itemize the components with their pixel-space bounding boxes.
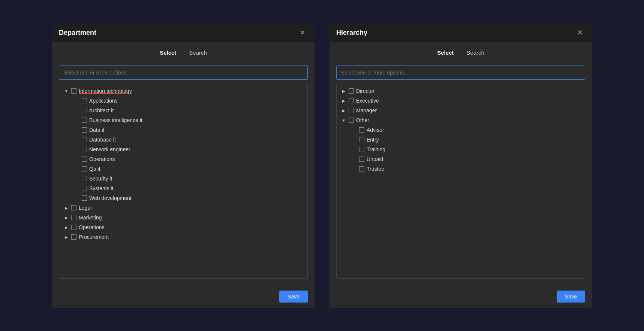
hierarchy-header: Hierarchy ✕ (329, 23, 592, 42)
tree-item-data-it[interactable]: Data it (59, 125, 307, 135)
department-header: Department ✕ (52, 23, 315, 42)
tree-item-executive[interactable]: ▶ Executive (337, 96, 585, 106)
tree-label-network-eng: Network engineer (89, 146, 303, 152)
checkbox-network-eng[interactable] (82, 147, 87, 152)
tree-item-director[interactable]: ▶ Director (337, 86, 585, 96)
hierarchy-tabs: Select Search (329, 42, 592, 62)
tree-item-bi-it[interactable]: Business intelligence it (59, 115, 307, 125)
tree-label-bi-it: Business intelligence it (89, 117, 303, 123)
checkbox-web-dev[interactable] (82, 195, 87, 201)
checkbox-entry[interactable] (359, 137, 364, 142)
tree-item-operations[interactable]: Operations (59, 154, 307, 164)
tree-item-training[interactable]: Training (337, 145, 585, 154)
tree-label-applications: Applications (89, 98, 303, 104)
tree-label-procurement: Procurement (79, 234, 303, 240)
department-save-button[interactable]: Save (279, 291, 308, 303)
department-tab-select[interactable]: Select (159, 48, 177, 57)
chevron-down-icon: ▼ (64, 88, 69, 94)
tree-item-advisor[interactable]: Advisor (337, 125, 585, 135)
tree-label-data-it: Data it (89, 127, 303, 133)
checkbox-it[interactable] (71, 88, 76, 94)
tree-label-security-it: Security it (89, 176, 303, 182)
department-tree: ▼ Information technology Applications Ar… (59, 83, 308, 279)
tree-item-systems-it[interactable]: Systems it (59, 183, 307, 193)
department-search-input[interactable] (59, 66, 307, 79)
chevron-right-icon: ▶ (341, 108, 346, 113)
tree-label-legal: Legal (79, 205, 303, 211)
tree-item-unpaid[interactable]: Unpaid (337, 154, 585, 164)
department-search-wrapper (59, 66, 308, 80)
tree-label-executive: Executive (356, 98, 580, 104)
tree-item-applications[interactable]: Applications (59, 96, 307, 106)
department-tab-search[interactable]: Search (188, 48, 208, 57)
tree-item-qa-it[interactable]: Qa it (59, 164, 307, 174)
checkbox-training[interactable] (359, 147, 364, 152)
department-dialog: Department ✕ Select Search ▼ Information… (52, 23, 315, 308)
checkbox-architect-it[interactable] (82, 108, 87, 113)
checkbox-executive[interactable] (349, 98, 354, 103)
hierarchy-search-wrapper (336, 66, 585, 80)
tree-item-manager[interactable]: ▶ Manager (337, 106, 585, 115)
hierarchy-save-button[interactable]: Save (557, 291, 585, 303)
tree-label-unpaid: Unpaid (367, 156, 580, 162)
tree-label-qa-it: Qa it (89, 166, 303, 172)
tree-item-marketing[interactable]: ▶ Marketing (59, 213, 307, 222)
checkbox-applications[interactable] (82, 98, 87, 103)
tree-item-trustee[interactable]: Trustee (337, 164, 585, 174)
checkbox-legal[interactable] (71, 205, 76, 210)
checkbox-systems-it[interactable] (82, 186, 87, 191)
tree-item-procurement[interactable]: ▶ Procurement (59, 232, 307, 242)
department-body: ▼ Information technology Applications Ar… (52, 62, 315, 285)
hierarchy-search-input[interactable] (337, 66, 585, 79)
tree-item-operations-dept[interactable]: ▶ Operations (59, 222, 307, 232)
tree-item-network-eng[interactable]: Network engineer (59, 145, 307, 154)
chevron-right-icon: ▶ (64, 205, 69, 210)
tree-label-other: Other (356, 117, 580, 123)
tree-item-architect-it[interactable]: Architect it (59, 106, 307, 115)
tree-label-it: Information technology (79, 88, 303, 94)
hierarchy-dialog: Hierarchy ✕ Select Search ▶ Director ▶ E… (329, 23, 592, 308)
hierarchy-footer: Save (329, 285, 592, 308)
department-tabs: Select Search (52, 42, 315, 62)
checkbox-database-it[interactable] (82, 137, 87, 142)
tree-label-marketing: Marketing (79, 215, 303, 221)
chevron-right-icon: ▶ (341, 88, 346, 94)
hierarchy-tab-search[interactable]: Search (466, 48, 485, 57)
checkbox-qa-it[interactable] (82, 166, 87, 171)
checkbox-data-it[interactable] (82, 127, 87, 133)
department-close-button[interactable]: ✕ (298, 28, 308, 37)
tree-item-database-it[interactable]: Database it (59, 135, 307, 145)
checkbox-procurement[interactable] (71, 234, 76, 240)
hierarchy-close-button[interactable]: ✕ (575, 28, 585, 37)
checkbox-unpaid[interactable] (359, 157, 364, 162)
tree-label-architect-it: Architect it (89, 107, 303, 113)
chevron-right-icon: ▶ (341, 98, 346, 103)
chevron-down-icon: ▼ (341, 118, 346, 123)
tree-item-security-it[interactable]: Security it (59, 174, 307, 183)
tree-label-operations-dept: Operations (79, 224, 303, 230)
checkbox-manager[interactable] (349, 108, 354, 113)
tree-label-training: Training (367, 146, 580, 152)
checkbox-bi-it[interactable] (82, 118, 87, 123)
checkbox-operations[interactable] (82, 157, 87, 162)
tree-item-legal[interactable]: ▶ Legal (59, 203, 307, 213)
tree-item-it[interactable]: ▼ Information technology (59, 86, 307, 96)
checkbox-security-it[interactable] (82, 176, 87, 181)
department-title: Department (59, 29, 96, 37)
hierarchy-tab-select[interactable]: Select (436, 48, 454, 57)
department-footer: Save (52, 285, 315, 308)
tree-item-other[interactable]: ▼ Other (337, 115, 585, 125)
checkbox-trustee[interactable] (359, 166, 364, 171)
tree-item-web-dev[interactable]: Web development (59, 193, 307, 203)
tree-label-operations: Operations (89, 156, 303, 162)
checkbox-advisor[interactable] (359, 127, 364, 133)
checkbox-operations-dept[interactable] (71, 225, 76, 230)
chevron-right-icon: ▶ (64, 225, 69, 230)
checkbox-marketing[interactable] (71, 215, 76, 220)
checkbox-director[interactable] (349, 88, 354, 94)
tree-item-entry[interactable]: Entry (337, 135, 585, 145)
tree-label-web-dev: Web development (89, 195, 303, 201)
tree-label-database-it: Database it (89, 137, 303, 143)
checkbox-other[interactable] (349, 118, 354, 123)
tree-label-advisor: Advisor (367, 127, 580, 133)
